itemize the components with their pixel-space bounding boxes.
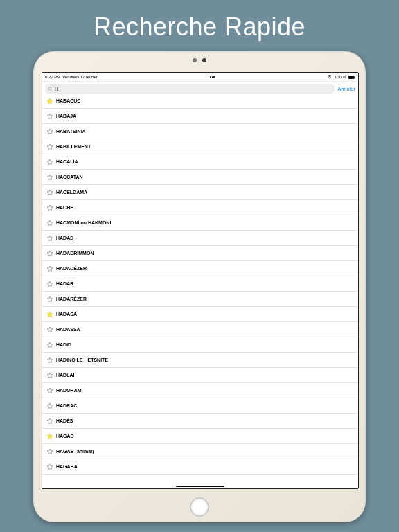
list-item-label: HACELDAMA: [56, 190, 87, 195]
star-icon[interactable]: [46, 113, 53, 120]
star-icon[interactable]: [46, 296, 53, 303]
svg-line-4: [51, 89, 52, 91]
list-item-label: HADADRIMMON: [56, 251, 94, 256]
ipad-camera-cluster: [33, 58, 366, 62]
star-icon[interactable]: [46, 387, 53, 394]
list-item[interactable]: HAGABA: [42, 459, 358, 475]
list-item-label: HADAR: [56, 281, 73, 286]
list-item[interactable]: HADAR: [42, 276, 358, 292]
status-battery-pct: 100 %: [335, 75, 346, 79]
star-icon[interactable]: [46, 189, 53, 196]
star-icon[interactable]: [46, 250, 53, 257]
list-item[interactable]: HADRAC: [42, 398, 358, 414]
list-item[interactable]: HADORAM: [42, 383, 358, 398]
battery-icon: [348, 76, 355, 79]
ipad-screen: 6:27 PM Vendredi 17 février 100 %: [42, 72, 359, 489]
list-item-label: HACHE: [56, 205, 73, 210]
star-icon[interactable]: [46, 174, 53, 181]
list-item-label: HACCATAN: [56, 175, 83, 179]
star-icon[interactable]: [46, 204, 53, 211]
star-icon[interactable]: [46, 418, 53, 425]
status-bar: 6:27 PM Vendredi 17 février 100 %: [42, 73, 358, 82]
star-icon[interactable]: [46, 98, 53, 105]
list-item[interactable]: HACMONI ou HAKMONI: [42, 215, 358, 231]
list-item-label: HADORAM: [56, 388, 82, 393]
ipad-frame: 6:27 PM Vendredi 17 février 100 %: [33, 51, 366, 522]
list-item[interactable]: HADADRIMMON: [42, 246, 358, 261]
list-item[interactable]: HADAD: [42, 231, 358, 246]
list-item[interactable]: HABACUC: [42, 94, 358, 109]
star-icon[interactable]: [46, 372, 53, 379]
star-icon[interactable]: [46, 342, 53, 348]
list-item[interactable]: HADARÉZER: [42, 292, 358, 307]
star-icon[interactable]: [46, 143, 53, 150]
star-icon[interactable]: [46, 311, 53, 318]
list-item-label: HABAJA: [56, 114, 76, 118]
list-item-label: HACALIA: [56, 159, 78, 164]
list-item[interactable]: HADASA: [42, 307, 358, 322]
list-item-label: HAGAB (animal): [56, 449, 94, 454]
results-list[interactable]: HABACUCHABAJAHABATSINIAHABILLEMENTHACALI…: [42, 94, 358, 488]
list-item-label: HADRAC: [56, 403, 77, 408]
list-item-label: HADASA: [56, 312, 77, 317]
star-icon[interactable]: [46, 235, 53, 242]
list-item-label: HADÈS: [56, 418, 73, 423]
star-icon[interactable]: [46, 128, 53, 135]
list-item-label: HACMONI ou HAKMONI: [56, 220, 111, 225]
cancel-button[interactable]: Annuler: [337, 86, 355, 92]
list-item[interactable]: HADADÉZER: [42, 261, 358, 276]
list-item[interactable]: HACALIA: [42, 154, 358, 170]
star-icon[interactable]: [46, 463, 53, 470]
svg-rect-2: [355, 76, 355, 78]
list-item-label: HADAD: [56, 236, 73, 240]
star-icon[interactable]: [46, 402, 53, 409]
list-item[interactable]: HADID: [42, 337, 358, 353]
list-item[interactable]: HACELDAMA: [42, 185, 358, 200]
list-item[interactable]: HAGAB (animal): [42, 444, 358, 459]
star-icon[interactable]: [46, 265, 53, 272]
home-button[interactable]: [190, 497, 209, 517]
list-item[interactable]: HABILLEMENT: [42, 139, 358, 154]
search-input[interactable]: H: [45, 84, 335, 94]
list-item-label: HADLAÏ: [56, 373, 74, 378]
list-item-label: HABACUC: [56, 98, 80, 103]
list-item-label: HAGAB: [56, 434, 74, 438]
status-dots: [210, 76, 215, 78]
list-item[interactable]: HADINO LE HETSNITE: [42, 353, 358, 368]
list-item[interactable]: HABAJA: [42, 109, 358, 124]
star-icon[interactable]: [46, 357, 53, 364]
list-item[interactable]: HADÈS: [42, 414, 358, 429]
star-icon[interactable]: [46, 281, 53, 287]
list-item[interactable]: HADLAÏ: [42, 368, 358, 383]
list-item[interactable]: HADASSA: [42, 322, 358, 337]
list-item-label: HADID: [56, 342, 71, 347]
svg-point-0: [330, 78, 330, 79]
list-item-label: HAGABA: [56, 464, 78, 469]
list-item[interactable]: HACHE: [42, 200, 358, 215]
list-item-label: HADASSA: [56, 327, 80, 332]
star-icon[interactable]: [46, 448, 53, 455]
list-item-label: HABILLEMENT: [56, 144, 91, 149]
list-item-label: HABATSINIA: [56, 129, 86, 134]
list-item[interactable]: HABATSINIA: [42, 124, 358, 139]
page-title: Recherche Rapide: [0, 12, 399, 42]
wifi-icon: [327, 75, 332, 79]
list-item[interactable]: HAGAB: [42, 429, 358, 444]
list-item-label: HADARÉZER: [56, 296, 87, 301]
list-item-label: HADADÉZER: [56, 266, 87, 271]
status-date: Vendredi 17 février: [62, 75, 97, 79]
home-indicator: [176, 486, 224, 487]
list-item[interactable]: HACCATAN: [42, 170, 358, 185]
search-icon: [48, 87, 53, 91]
star-icon[interactable]: [46, 433, 53, 440]
svg-point-3: [48, 87, 51, 89]
status-time: 6:27 PM: [45, 75, 60, 79]
star-icon[interactable]: [46, 220, 53, 227]
svg-rect-1: [348, 76, 354, 78]
search-query-text: H: [55, 87, 58, 91]
star-icon[interactable]: [46, 159, 53, 166]
list-item-label: HADINO LE HETSNITE: [56, 357, 108, 362]
star-icon[interactable]: [46, 326, 53, 333]
